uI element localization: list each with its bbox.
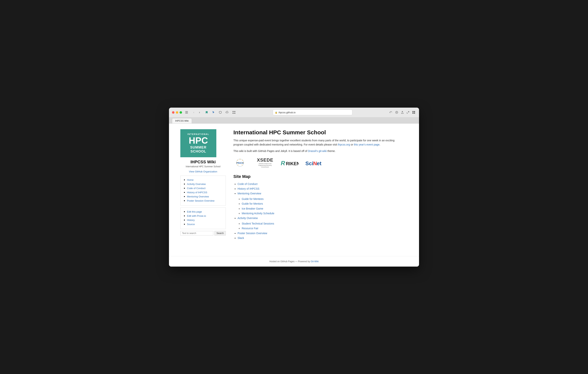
- new-tab-icon[interactable]: [406, 110, 410, 115]
- search-input[interactable]: [180, 231, 213, 235]
- ihpcss-org-link[interactable]: ihpcss.org: [338, 143, 350, 146]
- svg-text:★: ★: [236, 162, 237, 163]
- edit-link-source[interactable]: Source: [187, 223, 195, 226]
- footer-text: Hosted on GitHub Pages — Powered by: [269, 260, 310, 263]
- edit-link-prose[interactable]: Edit with Prose.io: [187, 214, 206, 217]
- tab-title: IHPCSS Wiki: [175, 119, 189, 122]
- extensions-icon[interactable]: [411, 110, 416, 115]
- sitemap-item-mentoring: Mentoring Overview Guide for Mentees Gui…: [238, 191, 396, 216]
- nav-link-poster[interactable]: Poster Session Overview: [187, 199, 214, 202]
- edit-item-prose: Edit with Prose.io: [187, 214, 223, 217]
- sitemap-link-activity[interactable]: Activity Overview: [238, 216, 258, 220]
- sitemap-item-history: History of IHPCSS: [238, 186, 396, 191]
- sitemap-sublist-mentoring: Guide for Mentees Guide for Mentors Ice …: [238, 197, 396, 216]
- sitemap-link-mentees[interactable]: Guide for Mentees: [242, 197, 263, 201]
- edit-link-history[interactable]: History: [187, 219, 195, 222]
- svg-text:★: ★: [237, 160, 238, 161]
- svg-text:★: ★: [237, 164, 239, 166]
- sitemap-item-conduct: Code of Conduct: [238, 182, 396, 186]
- sitemap-link-history[interactable]: History of IHPCSS: [238, 187, 259, 190]
- prace-svg: PRACE ★ ★ ★ ★ ★ ★ ★: [233, 157, 251, 168]
- tab-bar: IHPCSS Wiki: [169, 118, 419, 124]
- svg-rect-1: [185, 112, 188, 113]
- scinet-svg: Sci N et: [304, 158, 327, 168]
- xsede-logo: XSEDE Extreme Science and Engineering Di…: [256, 158, 274, 168]
- back-button[interactable]: ‹: [191, 110, 196, 115]
- sitemap-item-mentors: Guide for Mentors: [242, 201, 396, 206]
- right-toolbar: [389, 110, 416, 115]
- page-title: International HPC Summer School: [233, 129, 396, 136]
- git-wiki-link[interactable]: Git-Wiki: [311, 260, 319, 263]
- logos-row: PRACE ★ ★ ★ ★ ★ ★ ★: [233, 157, 396, 168]
- nav-item-poster: Poster Session Overview: [187, 199, 223, 202]
- sidebar-title: IHPCSS Wiki: [180, 160, 226, 164]
- download-icon[interactable]: [394, 110, 399, 115]
- edit-link-page[interactable]: Edit this page: [187, 210, 202, 213]
- cloud-icon[interactable]: [225, 110, 229, 115]
- github-org-link[interactable]: View GitHub Organization: [180, 170, 226, 173]
- sitemap-link-conduct[interactable]: Code of Conduct: [238, 182, 257, 185]
- sitemap-item-slack: Slack: [238, 236, 396, 240]
- nav-item-home: Home: [187, 178, 223, 182]
- sitemap-item-resource: Resource Fair: [242, 226, 396, 231]
- lock-icon: 🔒: [275, 111, 278, 114]
- prace-logo: PRACE ★ ★ ★ ★ ★ ★ ★: [233, 157, 251, 168]
- svg-text:★: ★: [242, 160, 243, 161]
- minimize-button[interactable]: [176, 111, 178, 114]
- event-page-link[interactable]: this year's event page: [354, 143, 380, 146]
- reload-icon[interactable]: [389, 110, 393, 115]
- active-tab[interactable]: IHPCSS Wiki: [172, 118, 192, 123]
- title-bar: ‹ › 🔒 ihpcss.github.io: [169, 108, 419, 118]
- search-button[interactable]: Search: [214, 231, 226, 235]
- sitemap-item-poster: Poster Session Overview: [238, 231, 396, 236]
- sitemap-link-resource[interactable]: Resource Fair: [242, 227, 258, 230]
- svg-rect-6: [234, 113, 235, 114]
- svg-rect-10: [412, 113, 414, 114]
- edit-item-page: Edit this page: [187, 210, 223, 213]
- svg-text:N: N: [313, 160, 317, 166]
- sidebar-toggle-icon[interactable]: [184, 110, 189, 115]
- bookmark-icon[interactable]: [204, 110, 209, 115]
- address-bar-container: 🔒 ihpcss.github.io: [239, 109, 387, 115]
- sitemap-link-mentoring[interactable]: Mentoring Overview: [238, 192, 261, 195]
- sitemap-link-icebreaker[interactable]: Ice Breaker Game: [242, 207, 263, 210]
- drassil-link[interactable]: Drassil's git-wiki: [308, 150, 326, 152]
- sitemap-link-schedule[interactable]: Mentoring Activity Schedule: [242, 212, 274, 215]
- logo-summer-school: SUMMER SCHOOL: [184, 146, 212, 153]
- svg-rect-8: [412, 111, 414, 112]
- search-area: Search: [180, 231, 226, 235]
- url-text: ihpcss.github.io: [279, 111, 296, 114]
- grid-icon[interactable]: [232, 110, 236, 115]
- logo-hpc: HPC: [184, 136, 212, 145]
- sidebar: INTERNATIONAL HPC SUMMER SCHOOL IHPCSS W…: [180, 129, 226, 250]
- sitemap-link-poster[interactable]: Poster Session Overview: [238, 232, 267, 235]
- cursor-icon[interactable]: [211, 110, 216, 115]
- sitemap-link-mentors[interactable]: Guide for Mentors: [242, 202, 263, 205]
- edit-item-source: Source: [187, 223, 223, 226]
- nav-link-conduct[interactable]: Code of Conduct: [187, 187, 206, 190]
- sitemap-link-slack[interactable]: Slack: [238, 236, 244, 239]
- sitemap-link-technical[interactable]: Student Technical Sessions: [242, 222, 274, 225]
- nav-box-main: Home Activity Overview Code of Conduct H…: [180, 176, 226, 206]
- svg-text:Sci: Sci: [305, 160, 313, 166]
- maximize-button[interactable]: [179, 111, 182, 114]
- svg-text:★: ★: [240, 159, 241, 160]
- close-button[interactable]: [172, 111, 174, 114]
- forward-button[interactable]: ›: [197, 110, 202, 115]
- share-icon[interactable]: [400, 110, 405, 115]
- intro-paragraph-2: This wiki is built with GitHub Pages and…: [233, 149, 396, 153]
- nav-link-activity[interactable]: Activity Overview: [187, 183, 206, 185]
- address-bar[interactable]: 🔒 ihpcss.github.io: [273, 109, 352, 115]
- jekyll-text-start: This wiki is built with GitHub Pages and…: [233, 150, 307, 152]
- scinet-logo: Sci N et: [304, 158, 327, 168]
- svg-text:★: ★: [243, 162, 244, 163]
- shield-icon[interactable]: [218, 110, 223, 115]
- nav-link-mentoring[interactable]: Mentoring Overview: [187, 195, 209, 198]
- sitemap-sublist-activity: Student Technical Sessions Resource Fair: [238, 221, 396, 231]
- edit-list: Edit this page Edit with Prose.io Histor…: [184, 210, 223, 226]
- nav-link-history[interactable]: History of IHPCSS: [187, 191, 207, 194]
- svg-rect-5: [233, 113, 234, 114]
- svg-rect-4: [234, 111, 235, 112]
- nav-link-home[interactable]: Home: [187, 179, 194, 181]
- svg-rect-9: [414, 111, 415, 112]
